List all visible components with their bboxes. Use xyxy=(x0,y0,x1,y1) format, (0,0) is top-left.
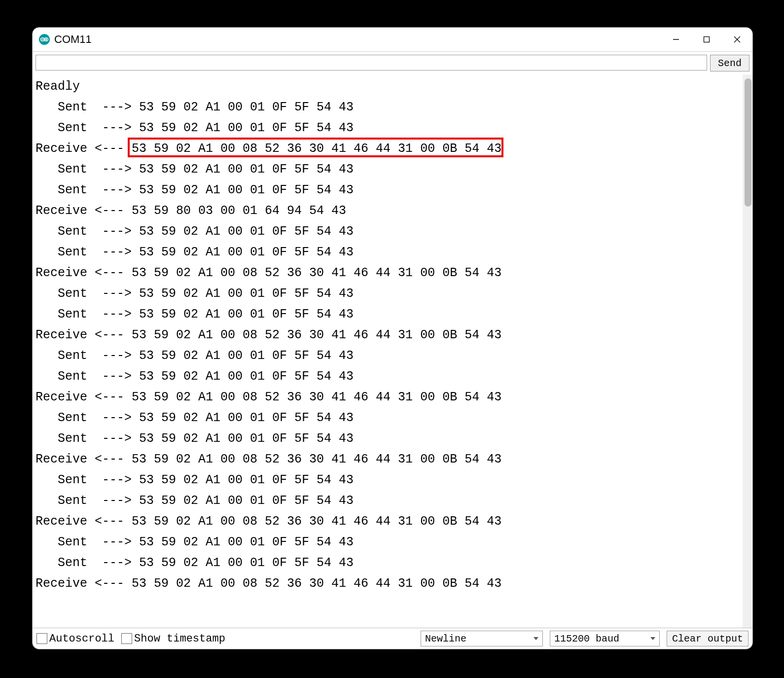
console-line: Sent ---> 53 59 02 A1 00 01 0F 5F 54 43 xyxy=(34,366,743,387)
maximize-button[interactable] xyxy=(691,28,722,51)
autoscroll-checkbox[interactable]: Autoscroll xyxy=(36,633,114,645)
console-line: Sent ---> 53 59 02 A1 00 01 0F 5F 54 43 xyxy=(34,346,743,366)
show-timestamp-checkbox[interactable]: Show timestamp xyxy=(121,633,225,645)
console-line: Sent ---> 53 59 02 A1 00 01 0F 5F 54 43 xyxy=(34,180,743,201)
baud-rate-value: 115200 baud xyxy=(554,633,619,644)
send-button[interactable]: Send xyxy=(710,55,749,71)
console-line: Receive <--- 53 59 02 A1 00 08 52 36 30 … xyxy=(34,263,743,284)
console-line: Sent ---> 53 59 02 A1 00 01 0F 5F 54 43 xyxy=(34,491,743,511)
window-title: COM11 xyxy=(54,33,661,46)
console-line: Receive <--- 53 59 02 A1 00 08 52 36 30 … xyxy=(34,139,743,159)
console-line: Sent ---> 53 59 02 A1 00 01 0F 5F 54 43 xyxy=(34,221,743,242)
console-line: Sent ---> 53 59 02 A1 00 01 0F 5F 54 43 xyxy=(34,408,743,428)
arduino-icon xyxy=(38,34,50,45)
bottom-bar: Autoscroll Show timestamp Newline 115200… xyxy=(33,628,752,649)
clear-output-button[interactable]: Clear output xyxy=(667,631,748,646)
input-row: Send xyxy=(33,52,752,74)
console-line: Receive <--- 53 59 80 03 00 01 64 94 54 … xyxy=(34,201,743,221)
baud-rate-select[interactable]: 115200 baud xyxy=(550,631,660,646)
console-area: Readly Sent ---> 53 59 02 A1 00 01 0F 5F… xyxy=(33,74,752,628)
console-line: Sent ---> 53 59 02 A1 00 01 0F 5F 54 43 xyxy=(34,470,743,491)
autoscroll-label: Autoscroll xyxy=(49,633,114,645)
console-line: Receive <--- 53 59 02 A1 00 08 52 36 30 … xyxy=(34,387,743,408)
svg-rect-7 xyxy=(704,37,710,42)
checkbox-box-icon xyxy=(36,633,47,644)
titlebar: COM11 xyxy=(33,28,752,52)
console-line: Receive <--- 53 59 02 A1 00 08 52 36 30 … xyxy=(34,449,743,470)
line-ending-select[interactable]: Newline xyxy=(421,631,543,646)
scrollbar-thumb[interactable] xyxy=(745,78,751,207)
line-ending-value: Newline xyxy=(425,633,466,644)
console-line: Receive <--- 53 59 02 A1 00 08 52 36 30 … xyxy=(34,573,743,594)
window-controls xyxy=(661,28,752,51)
console-line: Sent ---> 53 59 02 A1 00 01 0F 5F 54 43 xyxy=(34,97,743,118)
console-line: Sent ---> 53 59 02 A1 00 01 0F 5F 54 43 xyxy=(34,532,743,553)
console-line: Sent ---> 53 59 02 A1 00 01 0F 5F 54 43 xyxy=(34,118,743,139)
serial-monitor-window: COM11 Send Readly Sent ---> 53 59 02 A1 … xyxy=(32,27,753,649)
console-line: Sent ---> 53 59 02 A1 00 01 0F 5F 54 43 xyxy=(34,553,743,573)
console-line: Sent ---> 53 59 02 A1 00 01 0F 5F 54 43 xyxy=(34,428,743,449)
console-line: Readly xyxy=(34,76,743,97)
serial-input[interactable] xyxy=(36,55,707,71)
console-line: Receive <--- 53 59 02 A1 00 08 52 36 30 … xyxy=(34,325,743,346)
show-timestamp-label: Show timestamp xyxy=(134,633,225,645)
console-line: Sent ---> 53 59 02 A1 00 01 0F 5F 54 43 xyxy=(34,304,743,325)
scrollbar-track[interactable] xyxy=(743,74,752,628)
close-button[interactable] xyxy=(722,28,752,51)
console-output: Readly Sent ---> 53 59 02 A1 00 01 0F 5F… xyxy=(33,74,743,628)
console-line: Sent ---> 53 59 02 A1 00 01 0F 5F 54 43 xyxy=(34,159,743,180)
checkbox-box-icon xyxy=(121,633,132,644)
console-line: Sent ---> 53 59 02 A1 00 01 0F 5F 54 43 xyxy=(34,284,743,304)
minimize-button[interactable] xyxy=(661,28,691,51)
console-line: Receive <--- 53 59 02 A1 00 08 52 36 30 … xyxy=(34,511,743,532)
console-line: Sent ---> 53 59 02 A1 00 01 0F 5F 54 43 xyxy=(34,242,743,263)
